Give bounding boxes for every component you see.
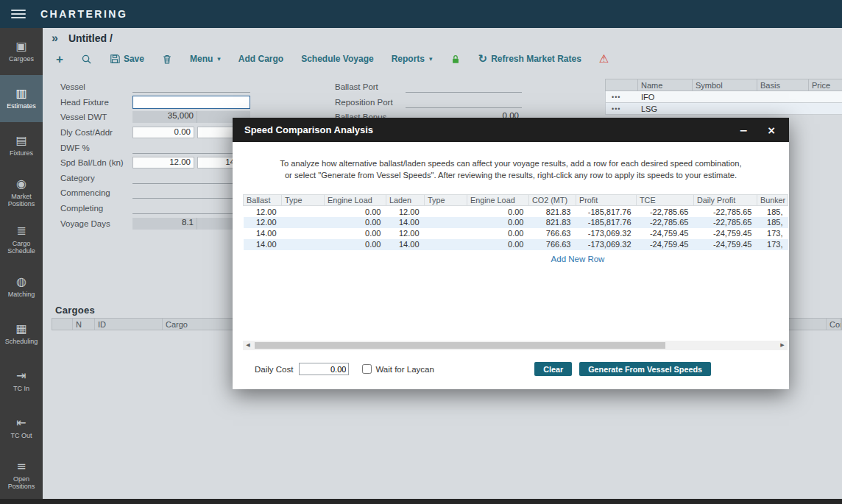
field-label: Ballast Port [335, 82, 406, 91]
scrollbar-track[interactable] [253, 341, 777, 350]
sidebar-item-open-positions[interactable]: ≡ Open Positions [0, 452, 43, 499]
generate-from-vessel-speeds-button[interactable]: Generate From Vessel Speeds [579, 362, 711, 376]
app-title: CHARTERING [40, 8, 127, 20]
field-label: DWF % [60, 143, 132, 152]
row-actions-button[interactable]: ••• [606, 105, 638, 113]
field-label: Reposition Port [335, 98, 406, 107]
expand-panel-icon[interactable]: » [52, 32, 58, 44]
daily-cost-field[interactable]: 0.00 [132, 127, 194, 138]
scroll-right-arrow[interactable]: ▶ [777, 341, 788, 350]
warning-icon[interactable]: ⚠ [599, 54, 609, 65]
table-row[interactable]: ••• IFO [605, 91, 842, 103]
horizontal-scrollbar[interactable]: ◀ ▶ [243, 341, 788, 350]
form-row: Dly Cost/Addr 0.00 [60, 125, 250, 141]
vessel-field[interactable] [132, 81, 250, 93]
bottom-bar [0, 499, 842, 504]
search-icon[interactable] [81, 54, 92, 65]
sidebar-item-matching[interactable]: ◍ Matching [0, 263, 43, 310]
table-cell: 0.00 [325, 217, 386, 228]
table-cell [282, 206, 325, 217]
sidebar-item-label: Open Positions [0, 475, 43, 491]
refresh-market-rates-button[interactable]: ↻ Refresh Market Rates [478, 54, 581, 65]
table-cell [282, 228, 325, 239]
form-row: Category [60, 171, 250, 186]
sidebar-item-cargoes[interactable]: ▣ Cargoes [0, 28, 43, 75]
field-label: Dly Cost/Addr [60, 128, 132, 137]
row-actions-button[interactable]: ••• [606, 93, 638, 101]
form-row: Ballast Port [335, 79, 522, 95]
table-cell: 12.00 [244, 206, 282, 217]
scroll-left-arrow[interactable]: ◀ [243, 341, 253, 350]
speed-row[interactable]: 12.00 0.00 14.00 0.00 821.83 -185,817.76… [244, 217, 788, 228]
chevron-down-icon: ▾ [217, 55, 221, 63]
estimate-form-left: Vessel Head Fixture Vessel DWT 35,000 Dl… [60, 79, 250, 231]
sidebar-item-label: Estimates [5, 102, 38, 110]
dialog-titlebar[interactable]: Speed Comparison Analysis − × [233, 118, 789, 142]
sidebar-item-label: TC Out [9, 432, 33, 439]
table-cell: 0.00 [467, 206, 529, 217]
speed-row[interactable]: 12.00 0.00 12.00 0.00 821.83 -185,817.76… [244, 206, 788, 217]
save-button[interactable]: Save [110, 54, 144, 64]
hamburger-menu-icon[interactable] [11, 7, 26, 21]
table-cell: 14.00 [386, 239, 425, 250]
sidebar-item-cargo-schedule[interactable]: ≣ Cargo Schedule [0, 216, 43, 263]
sidebar-item-estimates[interactable]: ▥ Estimates [0, 75, 43, 122]
add-cargo-button[interactable]: Add Cargo [238, 54, 283, 64]
minimize-button[interactable]: − [740, 125, 749, 135]
lock-icon[interactable] [450, 54, 461, 65]
app-window: CHARTERING ▣ Cargoes ▥ Estimates ▤ Fixtu… [0, 0, 842, 504]
market-positions-icon: ◉ [16, 178, 26, 190]
table-cell: -24,759.45 [694, 228, 757, 239]
head-fixture-input[interactable] [132, 96, 250, 109]
column-header: Price [809, 79, 842, 90]
ballast-port-field[interactable] [406, 81, 522, 93]
column-header: Bunker [757, 195, 788, 206]
table-cell: 0.00 [325, 239, 386, 250]
scrollbar-thumb[interactable] [255, 342, 665, 349]
table-cell: -24,759.45 [637, 228, 694, 239]
speed-row[interactable]: 14.00 0.00 12.00 0.00 766.63 -173,069.32… [244, 228, 788, 239]
sidebar-item-label: Fixtures [8, 149, 35, 157]
add-new-row-link[interactable]: Add New Row [243, 255, 788, 263]
table-cell: -173,069.32 [576, 239, 637, 250]
table-cell: -24,759.45 [694, 239, 757, 250]
field-label: Spd Bal/Ldn (kn) [60, 158, 132, 167]
sidebar-item-fixtures[interactable]: ▤ Fixtures [0, 122, 43, 169]
cargoes-section-title: Cargoes [55, 305, 95, 316]
table-cell: 173, [757, 239, 788, 250]
add-icon[interactable]: + [56, 53, 63, 65]
rate-name: IFO [638, 93, 693, 102]
reposition-port-field[interactable] [406, 96, 522, 108]
table-cell: -173,069.32 [576, 228, 637, 239]
delete-icon[interactable] [162, 54, 172, 65]
column-header: Daily Profit [694, 195, 757, 206]
table-cell [425, 217, 467, 228]
column-header: Type [282, 195, 325, 206]
daily-cost-input[interactable] [299, 363, 349, 375]
menu-button[interactable]: Menu ▾ [190, 54, 221, 64]
speed-row[interactable]: 14.00 0.00 14.00 0.00 766.63 -173,069.32… [244, 239, 788, 250]
reports-button[interactable]: Reports ▾ [392, 54, 433, 64]
toolbar: + Save Menu ▾ Add Cargo Schedule Voy [43, 48, 842, 70]
close-button[interactable]: × [767, 125, 776, 135]
column-header: Symbol [693, 79, 757, 90]
wait-for-laycan-checkbox[interactable] [362, 364, 372, 374]
speed-ballast-field[interactable]: 12.00 [132, 157, 194, 168]
form-row: Reposition Port [335, 95, 522, 110]
table-row[interactable]: ••• LSG [605, 103, 842, 115]
sidebar-item-tc-in[interactable]: ⇥ TC In [0, 358, 43, 405]
column-header: Basis [757, 79, 809, 90]
schedule-voyage-button[interactable]: Schedule Voyage [301, 54, 373, 64]
sidebar-item-scheduling[interactable]: ▦ Scheduling [0, 310, 43, 358]
sidebar-item-tc-out[interactable]: ⇤ TC Out [0, 405, 43, 452]
dialog-title: Speed Comparison Analysis [244, 124, 373, 135]
column-header: Ballast [244, 195, 282, 206]
clear-button[interactable]: Clear [534, 362, 572, 376]
sidebar-item-market-positions[interactable]: ◉ Market Positions [0, 169, 43, 216]
form-row: Voyage Days 8.1 [60, 216, 250, 231]
sidebar-item-label: Cargo Schedule [0, 240, 43, 255]
save-icon [110, 54, 120, 64]
table-cell: 821.83 [529, 206, 576, 217]
form-row: DWF % [60, 140, 250, 155]
table-cell: 0.00 [325, 206, 386, 217]
